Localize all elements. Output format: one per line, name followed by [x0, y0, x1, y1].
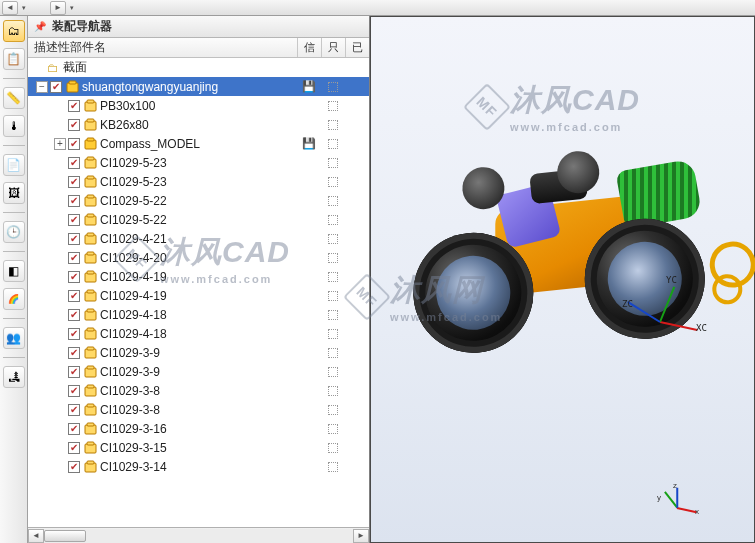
axis-y[interactable] [659, 286, 675, 322]
tree-row[interactable]: ✔CI1029-5-22 [28, 210, 369, 229]
hscroll-right[interactable]: ► [353, 529, 369, 543]
column-loaded[interactable]: 已 [345, 38, 369, 57]
column-info[interactable]: 信 [297, 38, 321, 57]
readonly-cell [321, 120, 345, 130]
tree-label: CI1029-4-19 [100, 270, 297, 284]
visibility-checkbox[interactable]: ✔ [68, 252, 80, 264]
visibility-checkbox[interactable]: ✔ [50, 81, 62, 93]
visibility-checkbox[interactable]: ✔ [68, 347, 80, 359]
tree-row[interactable]: ✔CI1029-4-20 [28, 248, 369, 267]
tree-row[interactable]: ✔CI1029-4-18 [28, 305, 369, 324]
tree-row[interactable]: ✔CI1029-3-14 [28, 457, 369, 476]
hscroll-thumb[interactable] [44, 530, 86, 542]
tree-row[interactable]: ✔PB30x100 [28, 96, 369, 115]
tree-row[interactable]: ✔CI1029-4-19 [28, 267, 369, 286]
tab-history[interactable]: 🕒 [3, 221, 25, 243]
tree-row[interactable]: ✔CI1029-3-9 [28, 343, 369, 362]
visibility-checkbox[interactable]: ✔ [68, 157, 80, 169]
tree-row-section[interactable]: 🗀截面 [28, 58, 369, 77]
visibility-checkbox[interactable]: ✔ [68, 328, 80, 340]
visibility-checkbox[interactable]: ✔ [68, 100, 80, 112]
readonly-cell [321, 253, 345, 263]
folder-icon: 🗀 [46, 61, 60, 75]
tree-row[interactable]: ✔CI1029-5-22 [28, 191, 369, 210]
tree-row[interactable]: ✔CI1029-3-15 [28, 438, 369, 457]
tab-render[interactable]: 🖼 [3, 182, 25, 204]
tree-row[interactable]: ✔KB26x80 [28, 115, 369, 134]
component-icon [83, 118, 97, 132]
component-icon [83, 289, 97, 303]
readonly-cell [321, 348, 345, 358]
tab-scroll-right[interactable]: ► [50, 1, 66, 15]
visibility-checkbox[interactable]: ✔ [68, 366, 80, 378]
graphics-viewport[interactable]: XC YC ZC x y z [370, 16, 755, 543]
visibility-checkbox[interactable]: ✔ [68, 385, 80, 397]
visibility-checkbox[interactable]: ✔ [68, 461, 80, 473]
tree-row[interactable]: ✔CI1029-4-21 [28, 229, 369, 248]
svg-rect-9 [87, 157, 94, 160]
column-name[interactable]: 描述性部件名 [28, 38, 297, 57]
tree-row[interactable]: ✔CI1029-3-8 [28, 381, 369, 400]
visibility-checkbox[interactable]: ✔ [68, 214, 80, 226]
component-icon [83, 99, 97, 113]
tree-label: 截面 [63, 59, 297, 76]
visibility-checkbox[interactable]: ✔ [68, 176, 80, 188]
tree-hscrollbar[interactable]: ◄ ► [28, 527, 369, 543]
tab-part-navigator[interactable]: 📋 [3, 48, 25, 70]
tab-scroll-left-menu[interactable]: ▾ [18, 1, 30, 15]
tree-row[interactable]: ✔CI1029-4-18 [28, 324, 369, 343]
axis-y-label: YC [666, 275, 677, 285]
tab-scroll-right-menu[interactable]: ▾ [66, 1, 78, 15]
expand-toggle[interactable]: + [54, 138, 66, 150]
visibility-checkbox[interactable]: ✔ [68, 138, 80, 150]
tree-row[interactable]: ✔CI1029-5-23 [28, 172, 369, 191]
tab-sheet[interactable]: 📄 [3, 154, 25, 176]
tree-row[interactable]: ✔CI1029-5-23 [28, 153, 369, 172]
tree-row[interactable]: ✔CI1029-3-9 [28, 362, 369, 381]
tree-row[interactable]: −✔shuangtongwangyuanjing💾 [28, 77, 369, 96]
hscroll-left[interactable]: ◄ [28, 529, 44, 543]
visibility-checkbox[interactable]: ✔ [68, 442, 80, 454]
assembly-icon [83, 137, 97, 151]
column-readonly[interactable]: 只 [321, 38, 345, 57]
svg-rect-15 [87, 214, 94, 217]
visibility-checkbox[interactable]: ✔ [68, 233, 80, 245]
tab-shade[interactable]: ◧ [3, 260, 25, 282]
save-icon: 💾 [297, 80, 321, 93]
tree-row[interactable]: ✔CI1029-4-19 [28, 286, 369, 305]
visibility-checkbox[interactable]: ✔ [68, 423, 80, 435]
visibility-checkbox[interactable]: ✔ [68, 309, 80, 321]
hscroll-track[interactable] [44, 529, 353, 543]
readonly-cell [321, 291, 345, 301]
visibility-checkbox[interactable]: ✔ [68, 271, 80, 283]
component-icon [83, 403, 97, 417]
tree-row[interactable]: ✔CI1029-3-8 [28, 400, 369, 419]
separator [3, 251, 25, 252]
tree-row[interactable]: ✔CI1029-3-16 [28, 419, 369, 438]
expand-toggle[interactable]: − [36, 81, 48, 93]
tab-assembly-navigator[interactable]: 🗂 [3, 20, 25, 42]
tab-image[interactable]: 🏞 [3, 366, 25, 388]
tree-view[interactable]: 🗀截面−✔shuangtongwangyuanjing💾✔PB30x100✔KB… [28, 58, 369, 527]
readonly-cell [321, 367, 345, 377]
visibility-checkbox[interactable]: ✔ [68, 404, 80, 416]
svg-rect-27 [87, 328, 94, 331]
tab-thermo[interactable]: 🌡 [3, 115, 25, 137]
tree-row[interactable]: +✔Compass_MODEL💾 [28, 134, 369, 153]
visibility-checkbox[interactable]: ✔ [68, 119, 80, 131]
tab-scroll-left[interactable]: ◄ [2, 1, 18, 15]
pin-icon[interactable]: 📌 [34, 21, 46, 32]
svg-rect-17 [87, 233, 94, 236]
visibility-checkbox[interactable]: ✔ [68, 195, 80, 207]
visibility-checkbox[interactable]: ✔ [68, 290, 80, 302]
tab-constraint[interactable]: 📏 [3, 87, 25, 109]
wcs-triad[interactable]: XC YC ZC [620, 281, 700, 361]
readonly-cell [321, 272, 345, 282]
tree-label: CI1029-3-8 [100, 403, 297, 417]
axis-x[interactable] [660, 321, 698, 331]
tab-roles[interactable]: 👥 [3, 327, 25, 349]
assembly-icon [65, 80, 79, 94]
view-axis-z-label: z [673, 481, 677, 490]
tab-color-bar[interactable]: 🌈 [3, 288, 25, 310]
tree-label: Compass_MODEL [100, 137, 297, 151]
